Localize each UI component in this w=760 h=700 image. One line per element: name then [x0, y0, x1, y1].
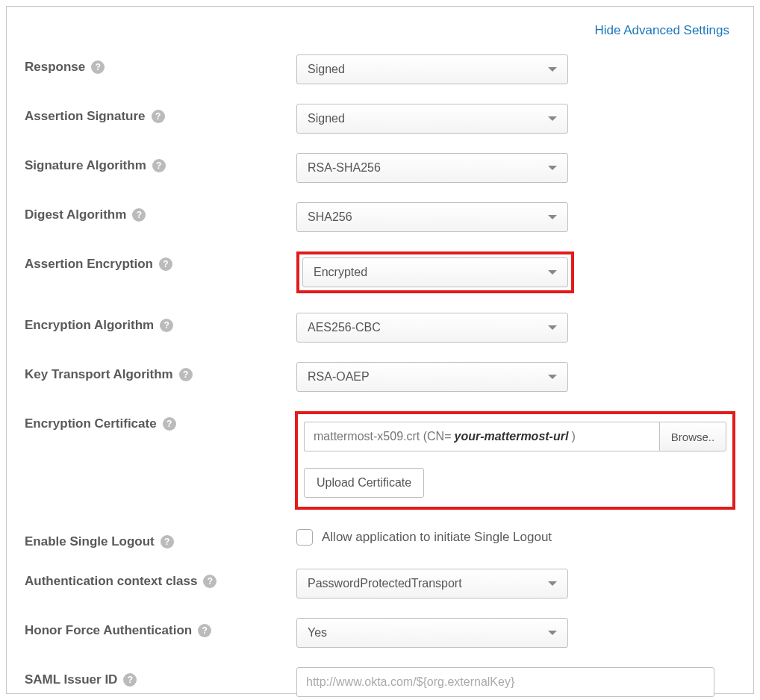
help-icon: ? [159, 257, 172, 271]
help-icon: ? [163, 417, 176, 431]
signature-algorithm-select[interactable]: RSA-SHA256 [296, 153, 568, 183]
encryption-algorithm-label: Encryption Algorithm ? [25, 313, 296, 333]
label-text: Encryption Algorithm [25, 318, 154, 333]
upload-certificate-button[interactable]: Upload Certificate [304, 468, 424, 498]
select-value: RSA-SHA256 [308, 161, 381, 175]
saml-advanced-settings-panel: Hide Advanced Settings Response ? Signed… [6, 6, 754, 694]
caret-down-icon [548, 631, 557, 635]
key-transport-algorithm-row: Key Transport Algorithm ? RSA-OAEP [25, 362, 735, 392]
assertion-encryption-highlight: Encrypted [296, 251, 574, 293]
cert-file-prefix: mattermost-x509.crt (CN= [314, 430, 451, 443]
label-text: Digest Algorithm [25, 207, 126, 222]
field-control: mattermost-x509.crt (CN= your-mattermost… [295, 411, 735, 510]
select-value: RSA-OAEP [308, 370, 370, 384]
checkbox-label: Allow application to initiate Single Log… [322, 530, 552, 545]
signature-algorithm-row: Signature Algorithm ? RSA-SHA256 [25, 153, 735, 183]
field-control: Allow application to initiate Single Log… [296, 529, 735, 546]
field-control [296, 667, 735, 697]
help-icon: ? [132, 208, 146, 222]
field-control: Encrypted [296, 251, 735, 293]
caret-down-icon [548, 215, 557, 219]
field-control: Signed [296, 54, 735, 84]
caret-down-icon [548, 116, 557, 121]
response-select[interactable]: Signed [296, 54, 568, 84]
field-control: RSA-OAEP [296, 362, 735, 392]
help-icon: ? [198, 624, 211, 637]
help-icon: ? [152, 110, 165, 123]
digest-algorithm-row: Digest Algorithm ? SHA256 [25, 202, 735, 232]
field-control: AES256-CBC [296, 313, 735, 343]
select-value: SHA256 [308, 210, 352, 224]
label-text: Assertion Encryption [25, 257, 153, 272]
saml-issuer-id-label: SAML Issuer ID ? [25, 667, 296, 687]
auth-context-class-label: Authentication context class ? [25, 569, 296, 589]
encryption-algorithm-select[interactable]: AES256-CBC [296, 313, 568, 343]
field-control: RSA-SHA256 [296, 153, 735, 183]
label-text: Signature Algorithm [25, 158, 146, 173]
select-value: PasswordProtectedTransport [308, 577, 462, 590]
select-value: Encrypted [314, 266, 367, 279]
caret-down-icon [548, 67, 557, 72]
help-icon: ? [160, 319, 173, 332]
label-text: Key Transport Algorithm [25, 367, 173, 382]
label-text: Response [25, 60, 85, 75]
assertion-signature-row: Assertion Signature ? Signed [25, 104, 735, 134]
cert-input-group: mattermost-x509.crt (CN= your-mattermost… [304, 422, 726, 451]
select-value: Signed [308, 63, 345, 76]
key-transport-algorithm-label: Key Transport Algorithm ? [25, 362, 296, 382]
key-transport-algorithm-select[interactable]: RSA-OAEP [296, 362, 568, 392]
label-text: Encryption Certificate [25, 416, 157, 431]
caret-down-icon [548, 166, 557, 170]
caret-down-icon [548, 325, 557, 330]
enable-single-logout-label: Enable Single Logout ? [25, 529, 296, 549]
caret-down-icon [548, 581, 557, 586]
enable-single-logout-row: Enable Single Logout ? Allow application… [25, 529, 735, 549]
field-control: Yes [296, 618, 735, 648]
honor-force-auth-select[interactable]: Yes [296, 618, 568, 648]
label-text: Authentication context class [25, 574, 197, 589]
help-icon: ? [152, 159, 166, 172]
help-icon: ? [179, 368, 193, 381]
field-control: SHA256 [296, 202, 735, 232]
assertion-signature-select[interactable]: Signed [296, 104, 568, 134]
field-control: PasswordProtectedTransport [296, 569, 735, 599]
help-icon: ? [91, 60, 105, 74]
label-text: Enable Single Logout [25, 534, 155, 549]
honor-force-auth-row: Honor Force Authentication ? Yes [25, 618, 735, 648]
select-value: Yes [308, 626, 327, 640]
browse-button[interactable]: Browse.. [659, 422, 726, 451]
help-icon: ? [203, 575, 217, 588]
certificate-file-display: mattermost-x509.crt (CN= your-mattermost… [304, 422, 659, 451]
digest-algorithm-select[interactable]: SHA256 [296, 202, 568, 232]
help-icon: ? [123, 673, 137, 687]
label-text: Honor Force Authentication [25, 623, 192, 638]
saml-issuer-id-row: SAML Issuer ID ? [25, 667, 735, 697]
digest-algorithm-label: Digest Algorithm ? [25, 202, 296, 222]
select-value: Signed [308, 112, 345, 125]
help-icon: ? [161, 535, 174, 549]
label-text: Assertion Signature [25, 109, 146, 124]
response-row: Response ? Signed [25, 54, 735, 84]
cert-file-suffix: ) [571, 430, 575, 443]
encryption-certificate-label: Encryption Certificate ? [25, 411, 295, 431]
single-logout-checkbox[interactable] [296, 529, 313, 546]
assertion-encryption-select[interactable]: Encrypted [302, 257, 568, 287]
field-control: Signed [296, 104, 735, 134]
encryption-algorithm-row: Encryption Algorithm ? AES256-CBC [25, 313, 735, 343]
hide-advanced-settings-link[interactable]: Hide Advanced Settings [594, 23, 729, 38]
saml-issuer-id-input[interactable] [296, 667, 714, 697]
auth-context-class-row: Authentication context class ? PasswordP… [25, 569, 735, 599]
auth-context-class-select[interactable]: PasswordProtectedTransport [296, 569, 568, 599]
encryption-certificate-row: Encryption Certificate ? mattermost-x509… [25, 411, 735, 510]
label-text: SAML Issuer ID [25, 672, 117, 687]
cert-file-overlay: your-mattermost-url [451, 430, 571, 443]
caret-down-icon [548, 270, 557, 275]
assertion-encryption-label: Assertion Encryption ? [25, 251, 296, 272]
signature-algorithm-label: Signature Algorithm ? [25, 153, 296, 173]
caret-down-icon [548, 375, 557, 379]
select-value: AES256-CBC [308, 321, 381, 334]
assertion-signature-label: Assertion Signature ? [25, 104, 296, 124]
fields-container: Response ? Signed Assertion Signature ? … [25, 54, 735, 697]
honor-force-auth-label: Honor Force Authentication ? [25, 618, 296, 638]
response-label: Response ? [25, 54, 296, 75]
